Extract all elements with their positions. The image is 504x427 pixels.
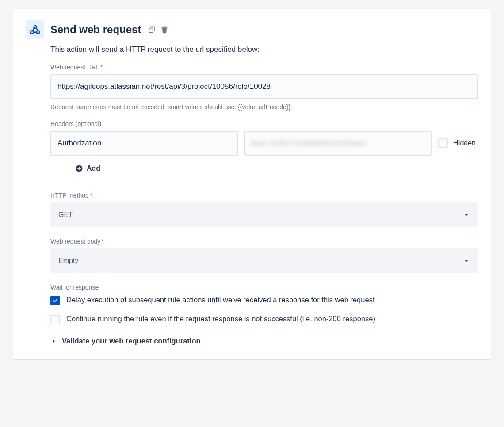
body-field-group: Web request body* Empty bbox=[50, 238, 478, 273]
title-actions bbox=[147, 25, 169, 34]
add-header-label: Add bbox=[87, 164, 100, 172]
page-title: Send web request bbox=[50, 23, 141, 36]
delay-checkbox[interactable] bbox=[50, 296, 60, 305]
required-asterisk: * bbox=[100, 64, 103, 71]
method-select[interactable]: GET bbox=[50, 202, 478, 227]
required-asterisk: * bbox=[90, 192, 92, 199]
card-header: Send web request bbox=[26, 20, 478, 39]
method-field-group: HTTP method* GET bbox=[50, 192, 478, 227]
wait-option-continue: Continue running the rule even if the re… bbox=[50, 313, 478, 324]
add-header-button[interactable]: Add bbox=[75, 163, 100, 174]
header-key-wrap bbox=[50, 131, 238, 156]
body-label: Web request body* bbox=[50, 238, 478, 245]
header-value-masked: Basic YXVlb2Y1TndGMkbR0Z2hZW9wcy bbox=[252, 140, 366, 147]
header-key-input[interactable] bbox=[50, 131, 238, 156]
plus-circle-icon bbox=[75, 164, 83, 172]
header-value-wrap: Basic YXVlb2Y1TndGMkbR0Z2hZW9wcy bbox=[244, 131, 432, 156]
continue-checkbox[interactable] bbox=[50, 315, 60, 324]
required-asterisk: * bbox=[101, 238, 103, 245]
wait-section: Wait for response Delay execution of sub… bbox=[50, 284, 478, 324]
chevron-down-icon bbox=[462, 211, 470, 219]
header-hidden-label: Hidden bbox=[453, 139, 476, 147]
delay-label: Delay execution of subsequent rule actio… bbox=[66, 294, 374, 305]
url-label: Web request URL* bbox=[50, 64, 478, 71]
validate-expander[interactable]: Validate your web request configuration bbox=[50, 337, 478, 345]
copy-icon[interactable] bbox=[147, 25, 157, 34]
method-label: HTTP method* bbox=[50, 192, 478, 199]
method-label-text: HTTP method bbox=[50, 192, 89, 199]
card-description: This action will send a HTTP request to … bbox=[50, 45, 478, 54]
headers-label: Headers (optional) bbox=[50, 120, 478, 127]
header-hidden-wrap: Hidden bbox=[438, 138, 478, 148]
url-field-group: Web request URL* Request parameters must… bbox=[50, 64, 478, 111]
wait-label: Wait for response bbox=[50, 284, 478, 291]
trash-icon[interactable] bbox=[160, 25, 169, 34]
send-web-request-card: Send web request This action will send a… bbox=[13, 9, 491, 359]
url-input[interactable] bbox=[50, 74, 478, 99]
header-hidden-checkbox[interactable] bbox=[438, 138, 448, 148]
wait-option-delay: Delay execution of subsequent rule actio… bbox=[50, 294, 478, 305]
headers-row: Basic YXVlb2Y1TndGMkbR0Z2hZW9wcy Hidden bbox=[50, 131, 478, 156]
webhook-icon bbox=[26, 20, 44, 39]
url-help-text: Request parameters must be url encoded, … bbox=[50, 103, 478, 111]
method-value: GET bbox=[58, 211, 73, 219]
body-value: Empty bbox=[58, 257, 78, 265]
chevron-down-icon bbox=[462, 257, 470, 265]
validate-label: Validate your web request configuration bbox=[62, 337, 201, 345]
url-label-text: Web request URL bbox=[50, 64, 99, 71]
body-label-text: Web request body bbox=[50, 238, 100, 245]
continue-label: Continue running the rule even if the re… bbox=[66, 313, 375, 324]
headers-field-group: Headers (optional) Basic YXVlb2Y1TndGMkb… bbox=[50, 120, 478, 187]
header-value-input[interactable]: Basic YXVlb2Y1TndGMkbR0Z2hZW9wcy bbox=[244, 131, 432, 156]
body-select[interactable]: Empty bbox=[50, 248, 478, 273]
chevron-right-icon bbox=[50, 338, 57, 345]
card-content: This action will send a HTTP request to … bbox=[50, 45, 478, 345]
